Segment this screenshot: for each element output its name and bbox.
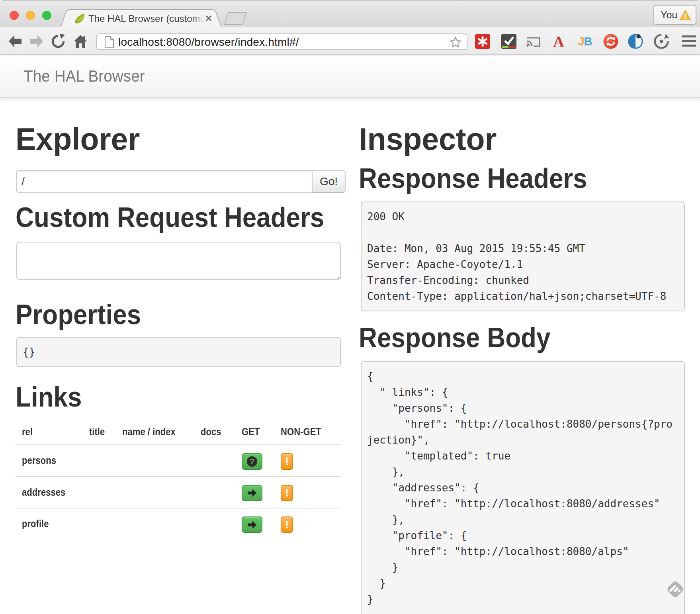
menu-icon[interactable] (682, 35, 696, 47)
explorer-panel: Explorer Go! Custom Request Headers Prop… (16, 97, 347, 539)
inspector-title: Inspector (359, 123, 687, 155)
browser-toolbar: localhost:8080/browser/index.html#/ (0, 27, 700, 55)
site-navbar: The HAL Browser (0, 55, 700, 98)
inspector-panel: Inspector Response Headers 200 OK Date: … (359, 97, 687, 614)
link-title (83, 477, 116, 508)
link-docs (194, 508, 235, 539)
address-input-group: Go! (16, 170, 347, 193)
links-column-header: GET (235, 417, 274, 445)
pie-chart-icon[interactable] (628, 33, 643, 49)
link-name (116, 508, 194, 539)
links-table-row: profile! (16, 508, 341, 539)
go-button[interactable]: Go! (312, 170, 346, 193)
non-get-button[interactable]: ! (281, 485, 293, 501)
link-docs (194, 445, 235, 476)
exclamation-icon: ! (285, 456, 289, 467)
get-button[interactable] (242, 485, 262, 501)
annotator-a-icon[interactable]: A (551, 33, 567, 49)
page-icon[interactable] (104, 36, 114, 48)
history-icon[interactable] (653, 33, 669, 49)
spring-leaf-favicon (74, 12, 86, 24)
chromecast-icon[interactable] (525, 33, 541, 49)
non-get-button[interactable]: ! (281, 516, 293, 533)
tab-strip: The HAL Browser (customiz You (0, 0, 700, 27)
links-header-row: reltitlename / indexdocsGETNON-GET (16, 417, 341, 445)
links-column-header: rel (16, 417, 83, 445)
tab-close-icon[interactable] (204, 14, 213, 23)
non-get-button[interactable]: ! (281, 453, 293, 469)
response-headers-value: 200 OK Date: Mon, 03 Aug 2015 19:55:45 G… (361, 201, 685, 311)
properties-value: {} (16, 337, 341, 367)
task-check-icon[interactable] (501, 33, 517, 49)
response-body-value: { "_links": { "persons": { "href": "http… (361, 361, 685, 614)
jb-icon[interactable]: JB (577, 33, 593, 49)
link-rel: addresses (16, 477, 83, 508)
custom-request-headers-title: Custom Request Headers (16, 202, 347, 233)
address-bar[interactable]: localhost:8080/browser/index.html#/ (96, 33, 467, 50)
url-text[interactable]: localhost:8080/browser/index.html#/ (118, 36, 299, 49)
get-button[interactable] (242, 516, 262, 533)
link-get-cell (235, 508, 274, 539)
get-button[interactable]: ? (242, 453, 262, 469)
links-table-row: persons?! (16, 445, 341, 476)
response-headers-title: Response Headers (359, 163, 687, 194)
link-nonget-cell: ! (274, 445, 341, 476)
browser-chrome: The HAL Browser (customiz You (0, 0, 700, 55)
page-content: Explorer Go! Custom Request Headers Prop… (0, 97, 700, 614)
links-table: reltitlename / indexdocsGETNON-GET perso… (16, 417, 341, 539)
links-column-header: docs (194, 417, 235, 445)
links-title: Links (16, 382, 347, 412)
site-brand: The HAL Browser (23, 68, 145, 84)
explorer-title: Explorer (16, 123, 347, 155)
link-rel: profile (16, 508, 83, 539)
profile-button[interactable]: You (653, 5, 696, 25)
reload-button[interactable] (49, 33, 67, 49)
exclamation-icon: ! (285, 519, 289, 531)
link-nonget-cell: ! (274, 508, 341, 539)
link-get-cell: ? (235, 445, 274, 476)
profile-name: You (661, 9, 677, 21)
feedly-overlay-icon[interactable] (666, 580, 685, 599)
new-tab-button[interactable] (224, 12, 248, 25)
explorer-address-input[interactable] (16, 170, 313, 193)
link-get-cell (235, 477, 274, 508)
links-column-header: name / index (116, 417, 194, 445)
forward-button[interactable] (28, 33, 45, 49)
custom-headers-textarea[interactable] (16, 242, 341, 280)
bookmark-star-icon[interactable] (449, 36, 462, 49)
window-zoom-button[interactable] (42, 11, 51, 20)
link-rel: persons (16, 445, 83, 476)
svg-text:?: ? (249, 457, 254, 466)
link-title (83, 445, 116, 476)
window-minimize-button[interactable] (26, 11, 35, 20)
links-column-header: title (83, 417, 116, 445)
exclamation-icon: ! (285, 487, 289, 499)
browser-tab[interactable]: The HAL Browser (customiz (61, 9, 221, 27)
link-docs (194, 477, 235, 508)
link-nonget-cell: ! (274, 477, 341, 508)
profile-warning-icon (680, 10, 691, 20)
lastpass-icon[interactable] (475, 33, 491, 49)
window-close-button[interactable] (10, 11, 19, 20)
link-title (83, 508, 116, 539)
home-button[interactable] (72, 33, 89, 49)
tab-title: The HAL Browser (customiz (88, 13, 205, 24)
application-window: The HAL Browser (customiz You (0, 0, 700, 614)
sync-icon[interactable] (603, 33, 619, 49)
link-name (116, 477, 194, 508)
links-table-row: addresses! (16, 477, 341, 508)
links-column-header: NON-GET (274, 417, 341, 445)
link-name (116, 445, 194, 476)
window-controls (10, 11, 65, 20)
properties-title: Properties (16, 299, 347, 330)
back-button[interactable] (6, 33, 24, 49)
response-body-title: Response Body (359, 323, 687, 353)
